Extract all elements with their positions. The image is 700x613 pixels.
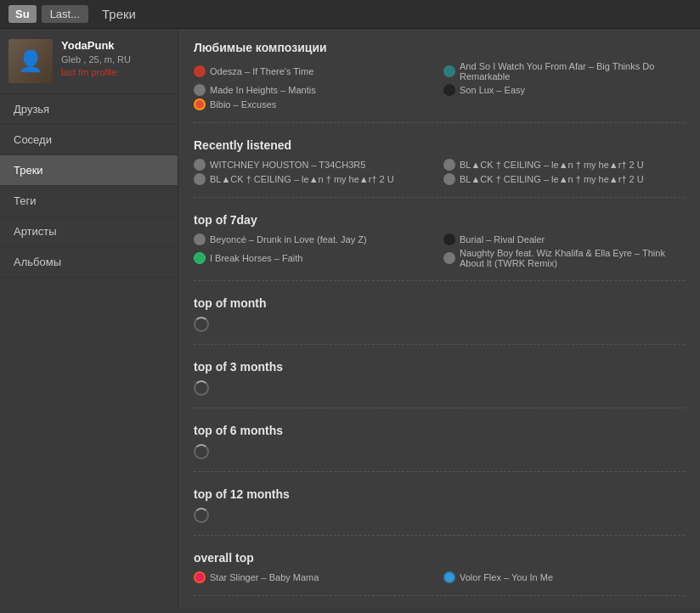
avatar-image: 👤 xyxy=(8,39,53,83)
track-list-overall: Star Slinger – Baby MamaVolor Flex – You… xyxy=(194,571,685,583)
track-item[interactable]: And So I Watch You From Afar – Big Think… xyxy=(443,61,685,82)
track-item[interactable]: BL▲CK † CEILING – le▲n † my he▲r† 2 U xyxy=(194,173,435,185)
track-item[interactable]: Volor Flex – You In Me xyxy=(443,571,685,583)
section-overall: overall topStar Slinger – Baby MamaVolor… xyxy=(194,551,685,596)
track-icon xyxy=(194,252,206,264)
section-title-top6months: top of 6 months xyxy=(194,424,685,437)
track-label: BL▲CK † CEILING – le▲n † my he▲r† 2 U xyxy=(460,160,644,170)
section-title-top7day: top of 7day xyxy=(194,213,685,227)
track-icon xyxy=(194,84,206,96)
track-label: Made In Heights – Mantis xyxy=(210,85,316,95)
loading-spinner-top12months xyxy=(194,508,209,523)
track-label: Bibio – Excuses xyxy=(210,99,276,110)
track-label: Naughty Boy feat. Wiz Khalifa & Ella Eyr… xyxy=(460,248,685,268)
track-list-recently: WITCHNEY HOUSTON – T34CH3R5BL▲CK † CEILI… xyxy=(194,159,685,185)
track-label: I Break Horses – Faith xyxy=(210,253,302,263)
track-icon xyxy=(443,159,455,171)
section-top12months: top of 12 months xyxy=(194,487,685,536)
username: YodaPunk xyxy=(61,39,131,52)
profile-link[interactable]: last fm profile xyxy=(61,67,131,77)
track-list-loved: Odesza – If There's TimeAnd So I Watch Y… xyxy=(194,61,685,110)
loading-spinner-topmonth xyxy=(194,317,209,332)
section-loved: Любимые композицииOdesza – If There's Ti… xyxy=(194,41,685,123)
nav-list: ДрузьяСоседиТрекиТегиАртистыАльбомы xyxy=(0,94,178,278)
section-top7day: top of 7dayBeyoncé – Drunk in Love (feat… xyxy=(194,213,685,281)
track-item[interactable]: Naughty Boy feat. Wiz Khalifa & Ella Eyr… xyxy=(443,248,685,268)
track-label: Volor Flex – You In Me xyxy=(460,572,553,582)
track-icon xyxy=(443,571,455,583)
track-icon xyxy=(443,233,455,245)
track-label: BL▲CK † CEILING – le▲n † my he▲r† 2 U xyxy=(460,174,644,184)
track-item[interactable]: Son Lux – Easy xyxy=(443,84,685,96)
track-label: WITCHNEY HOUSTON – T34CH3R5 xyxy=(210,160,365,170)
track-icon xyxy=(443,65,455,77)
track-icon xyxy=(443,173,455,185)
layout: 👤 YodaPunk Gleb , 25, m, RU last fm prof… xyxy=(0,29,700,608)
track-icon xyxy=(194,571,206,583)
track-item[interactable]: Odesza – If There's Time xyxy=(194,61,435,82)
track-icon xyxy=(194,233,206,245)
tab-last[interactable]: Last... xyxy=(42,5,88,23)
track-item[interactable]: Made In Heights – Mantis xyxy=(194,84,435,96)
section-title-top3months: top of 3 months xyxy=(194,360,685,374)
main-content: Любимые композицииOdesza – If There's Ti… xyxy=(178,29,700,608)
section-title-recently: Recently listened xyxy=(194,138,685,152)
track-icon xyxy=(443,84,455,96)
section-title-top12months: top of 12 months xyxy=(194,487,685,501)
profile-info: YodaPunk Gleb , 25, m, RU last fm profil… xyxy=(61,39,131,77)
track-label: Odesza – If There's Time xyxy=(210,66,313,76)
track-item[interactable]: I Break Horses – Faith xyxy=(194,248,435,268)
track-icon xyxy=(194,98,206,110)
track-item[interactable]: Burial – Rival Dealer xyxy=(443,233,685,245)
nav-item-друзья[interactable]: Друзья xyxy=(0,94,178,125)
nav-item-теги[interactable]: Теги xyxy=(0,186,178,217)
track-item[interactable]: Beyoncé – Drunk in Love (feat. Jay Z) xyxy=(194,233,435,245)
nav-item-артисты[interactable]: Артисты xyxy=(0,217,178,247)
track-label: Star Slinger – Baby Mama xyxy=(210,572,319,582)
section-title-overall: overall top xyxy=(194,551,685,565)
track-item[interactable]: Bibio – Excuses xyxy=(194,98,435,110)
loading-spinner-top3months xyxy=(194,380,209,396)
sections-container: Любимые композицииOdesza – If There's Ti… xyxy=(194,41,685,596)
header-title: Треки xyxy=(102,7,136,21)
track-icon xyxy=(194,173,206,185)
nav-item-треки[interactable]: Треки xyxy=(0,155,178,186)
track-label: Burial – Rival Dealer xyxy=(460,234,545,245)
track-label: Beyoncé – Drunk in Love (feat. Jay Z) xyxy=(210,234,367,245)
user-meta: Gleb , 25, m, RU xyxy=(61,54,131,65)
track-icon xyxy=(443,252,455,264)
nav-item-альбомы[interactable]: Альбомы xyxy=(0,247,178,278)
track-icon xyxy=(194,159,206,171)
section-top6months: top of 6 months xyxy=(194,424,685,472)
section-title-topmonth: top of month xyxy=(194,296,685,310)
track-icon xyxy=(194,65,206,77)
tab-su[interactable]: Su xyxy=(8,5,37,23)
track-label: Son Lux – Easy xyxy=(460,85,525,95)
track-label: BL▲CK † CEILING – le▲n † my he▲r† 2 U xyxy=(210,174,394,184)
track-item[interactable]: BL▲CK † CEILING – le▲n † my he▲r† 2 U xyxy=(443,159,685,171)
section-topmonth: top of month xyxy=(194,296,685,345)
track-list-top7day: Beyoncé – Drunk in Love (feat. Jay Z)Bur… xyxy=(194,233,685,268)
section-top3months: top of 3 months xyxy=(194,360,685,408)
track-item[interactable]: BL▲CK † CEILING – le▲n † my he▲r† 2 U xyxy=(443,173,685,185)
loading-spinner-top6months xyxy=(194,444,209,459)
sidebar: 👤 YodaPunk Gleb , 25, m, RU last fm prof… xyxy=(0,29,178,608)
nav-item-соседи[interactable]: Соседи xyxy=(0,125,178,155)
track-item[interactable]: WITCHNEY HOUSTON – T34CH3R5 xyxy=(194,159,435,171)
track-label: And So I Watch You From Afar – Big Think… xyxy=(460,61,685,82)
track-item[interactable]: Star Slinger – Baby Mama xyxy=(194,571,435,583)
header: Su Last... Треки xyxy=(0,0,700,29)
avatar: 👤 xyxy=(8,39,53,83)
section-recently: Recently listenedWITCHNEY HOUSTON – T34C… xyxy=(194,138,685,198)
profile-section: 👤 YodaPunk Gleb , 25, m, RU last fm prof… xyxy=(0,29,178,94)
section-title-loved: Любимые композиции xyxy=(194,41,685,54)
